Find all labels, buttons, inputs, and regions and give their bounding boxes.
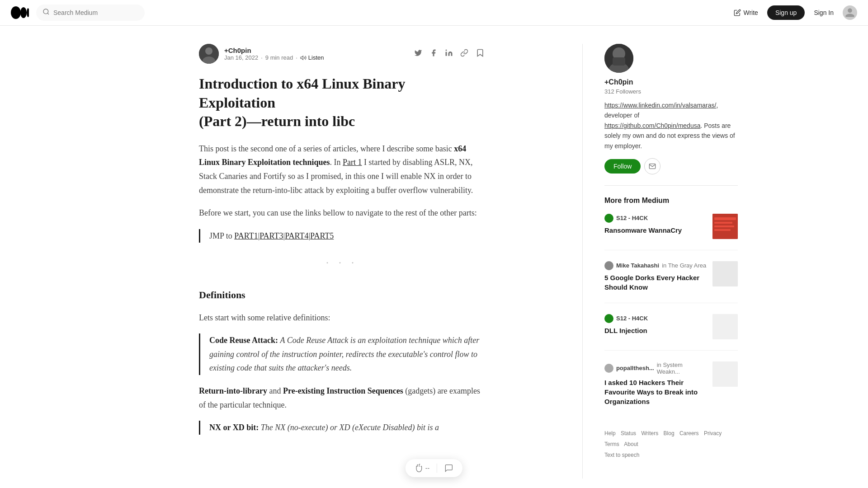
related-article-2-content: Mike Takahashi in The Gray Area 5 Google… bbox=[604, 261, 707, 292]
related-article-4[interactable]: popallthesh... in System Weakn... I aske… bbox=[604, 361, 738, 417]
footer-text-to-speech[interactable]: Text to speech bbox=[604, 452, 639, 458]
footer-terms[interactable]: Terms bbox=[604, 441, 619, 447]
svg-point-1 bbox=[20, 7, 27, 18]
article-meta-right bbox=[414, 48, 485, 60]
related-article-4-avatar bbox=[604, 364, 613, 373]
related-article-2[interactable]: Mike Takahashi in The Gray Area 5 Google… bbox=[604, 261, 738, 303]
sidebar-avatar[interactable] bbox=[604, 44, 633, 73]
svg-rect-20 bbox=[712, 261, 738, 286]
svg-point-10 bbox=[446, 49, 447, 51]
related-article-3-author-name: S12 - H4CK bbox=[616, 315, 648, 322]
facebook-icon[interactable] bbox=[429, 49, 438, 59]
footer-status[interactable]: Status bbox=[621, 430, 636, 436]
sidebar-actions: Follow bbox=[604, 158, 738, 174]
search-icon bbox=[42, 8, 50, 17]
dots-separator: · · · bbox=[199, 253, 485, 272]
avatar[interactable] bbox=[843, 5, 857, 20]
part4-link[interactable]: PART4 bbox=[285, 231, 308, 240]
article-read-time: 9 min read bbox=[265, 54, 293, 61]
svg-rect-16 bbox=[714, 217, 736, 220]
bottom-toolbar: -- bbox=[406, 459, 462, 477]
search-bar[interactable] bbox=[36, 5, 145, 21]
footer-about[interactable]: About bbox=[624, 441, 638, 447]
linkedin-icon[interactable] bbox=[445, 49, 453, 59]
article-meta: +Ch0pin Jan 16, 2022 · 9 min read · bbox=[199, 44, 485, 64]
author-avatar-img bbox=[199, 44, 219, 64]
signin-button[interactable]: Sign In bbox=[814, 9, 834, 16]
paragraph-1: This post is the second one of a series … bbox=[199, 142, 485, 197]
write-button[interactable]: Write bbox=[734, 9, 758, 16]
part5-link[interactable]: PART5 bbox=[310, 231, 334, 240]
svg-rect-17 bbox=[714, 222, 732, 224]
sidebar-bio: https://www.linkedin.com/in/valsamaras/,… bbox=[604, 100, 738, 151]
sidebar-github-link[interactable]: https://github.com/Ch0pin/medusa bbox=[604, 122, 700, 129]
related-article-2-thumb bbox=[712, 261, 738, 286]
sidebar: +Ch0pin 312 Followers https://www.linked… bbox=[582, 44, 749, 479]
twitter-icon[interactable] bbox=[414, 49, 422, 59]
main-layout: +Ch0pin Jan 16, 2022 · 9 min read · bbox=[108, 26, 760, 479]
sidebar-linkedin-link[interactable]: https://www.linkedin.com/in/valsamaras/ bbox=[604, 102, 716, 109]
svg-point-2 bbox=[27, 8, 29, 17]
svg-marker-8 bbox=[301, 56, 303, 59]
svg-rect-14 bbox=[613, 57, 625, 66]
author-avatar[interactable] bbox=[199, 44, 219, 64]
medium-logo[interactable] bbox=[11, 6, 29, 19]
article-thumb-img bbox=[712, 214, 738, 239]
svg-line-4 bbox=[47, 13, 49, 14]
footer-careers[interactable]: Careers bbox=[679, 430, 699, 436]
footer-privacy[interactable]: Privacy bbox=[704, 430, 722, 436]
article-separator: · bbox=[261, 54, 263, 61]
part3-link[interactable]: PART3 bbox=[259, 231, 283, 240]
article-thumb-img-4 bbox=[712, 361, 738, 387]
article-thumb-img-3 bbox=[712, 314, 738, 339]
save-icon[interactable] bbox=[476, 48, 485, 60]
related-article-3[interactable]: S12 - H4CK DLL Injection bbox=[604, 314, 738, 351]
related-article-1-avatar bbox=[604, 214, 613, 223]
footer-help[interactable]: Help bbox=[604, 430, 616, 436]
signup-button[interactable]: Sign up bbox=[767, 5, 805, 20]
subscribe-button[interactable] bbox=[644, 158, 660, 174]
jmp-blockquote: JMP to PART1|PART3|PART4|PART5 bbox=[199, 229, 485, 243]
related-article-3-author: S12 - H4CK bbox=[604, 314, 707, 323]
footer-blog[interactable]: Blog bbox=[664, 430, 675, 436]
related-article-2-avatar bbox=[604, 261, 613, 270]
part1-link2[interactable]: PART1 bbox=[234, 231, 258, 240]
audio-icon bbox=[300, 55, 307, 61]
related-article-3-avatar bbox=[604, 314, 613, 323]
related-article-4-content: popallthesh... in System Weakn... I aske… bbox=[604, 361, 707, 406]
footer-writers[interactable]: Writers bbox=[641, 430, 658, 436]
paragraph-3: Return-into-library and Pre-existing Ins… bbox=[199, 384, 485, 412]
article-meta-left: +Ch0pin Jan 16, 2022 · 9 min read · bbox=[199, 44, 324, 64]
paragraph-2: Before we start, you can use the links b… bbox=[199, 206, 485, 220]
subscribe-icon bbox=[649, 163, 656, 170]
follow-button[interactable]: Follow bbox=[604, 159, 641, 174]
svg-rect-19 bbox=[714, 229, 731, 231]
more-from-medium-label: More from Medium bbox=[604, 197, 738, 205]
write-icon bbox=[734, 9, 741, 16]
author-info: +Ch0pin Jan 16, 2022 · 9 min read · bbox=[224, 47, 324, 61]
search-input[interactable] bbox=[53, 9, 138, 16]
article-separator2: · bbox=[296, 54, 297, 61]
related-article-1-title: Ransomware WannaCry bbox=[604, 225, 707, 235]
comment-icon bbox=[444, 464, 453, 473]
sidebar-author-card: +Ch0pin 312 Followers https://www.linked… bbox=[604, 44, 738, 186]
author-name-link[interactable]: +Ch0pin bbox=[224, 47, 324, 54]
code-reuse-text: Code Reuse Attack: A Code Reuse Attack i… bbox=[209, 333, 485, 375]
listen-button[interactable]: Listen bbox=[300, 54, 324, 61]
sidebar-author-name: +Ch0pin bbox=[604, 78, 738, 86]
article-title: Introduction to x64 Linux Binary Exploit… bbox=[199, 75, 485, 131]
related-article-1[interactable]: S12 - H4CK Ransomware WannaCry bbox=[604, 214, 738, 250]
part1-link[interactable]: Part 1 bbox=[343, 158, 362, 167]
sidebar-followers: 312 Followers bbox=[604, 88, 738, 95]
article-section: +Ch0pin Jan 16, 2022 · 9 min read · bbox=[188, 44, 495, 479]
clap-button[interactable]: -- bbox=[415, 464, 429, 473]
jmp-text: JMP to PART1|PART3|PART4|PART5 bbox=[209, 229, 485, 243]
definitions-heading: Definitions bbox=[199, 286, 485, 303]
related-articles-list: S12 - H4CK Ransomware WannaCry bbox=[604, 214, 738, 417]
svg-point-6 bbox=[205, 47, 212, 55]
comment-button[interactable] bbox=[444, 464, 453, 473]
related-article-4-title: I asked 10 Hackers Their Favourite Ways … bbox=[604, 378, 707, 406]
article-body: This post is the second one of a series … bbox=[199, 142, 485, 435]
related-article-3-content: S12 - H4CK DLL Injection bbox=[604, 314, 707, 335]
copy-link-icon[interactable] bbox=[460, 49, 468, 59]
